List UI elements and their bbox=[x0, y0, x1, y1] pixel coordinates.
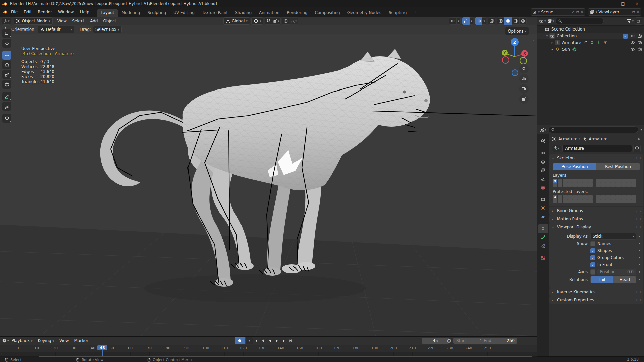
disable-render-camera-icon[interactable] bbox=[637, 47, 642, 52]
viewport-3d[interactable]: ▾ Object Mode ▾ ViewSelectAddObject Glob… bbox=[0, 17, 537, 336]
jump-to-end-button[interactable] bbox=[287, 338, 294, 344]
frame-end-field[interactable]: End 250 bbox=[481, 338, 517, 344]
minimize-button[interactable]: ‒ bbox=[602, 0, 616, 7]
workspace-tab-sculpting[interactable]: Sculpting bbox=[144, 9, 170, 17]
menu-window[interactable]: Window bbox=[55, 8, 77, 16]
menu-render[interactable]: Render bbox=[35, 8, 55, 16]
layer-cell-22[interactable] bbox=[626, 195, 631, 199]
shading-solid-button[interactable] bbox=[504, 17, 512, 25]
layer-cell-29[interactable] bbox=[621, 199, 626, 203]
layer-cell-16[interactable] bbox=[596, 179, 601, 183]
shading-material-button[interactable] bbox=[512, 17, 519, 25]
overlays-dropdown[interactable]: ▾ bbox=[482, 17, 486, 25]
rest-position-button[interactable]: Rest Position bbox=[596, 163, 640, 170]
layer-cell-27[interactable] bbox=[611, 183, 616, 187]
layer-cell-6[interactable] bbox=[583, 179, 588, 183]
layer-block[interactable] bbox=[553, 195, 593, 203]
hide-eye-icon[interactable] bbox=[630, 40, 635, 45]
axes-checkbox[interactable] bbox=[590, 269, 595, 275]
workspace-tab-scripting[interactable]: Scripting bbox=[385, 9, 410, 17]
disclosure-triangle[interactable]: ▸ bbox=[550, 48, 555, 51]
copy-icon[interactable]: ⧉ bbox=[632, 10, 635, 14]
properties-tab-render[interactable] bbox=[538, 148, 548, 157]
display-as-dropdown[interactable]: Stick ▾ bbox=[590, 233, 636, 240]
layer-cell-7[interactable] bbox=[588, 195, 593, 199]
layer-cell-2[interactable] bbox=[563, 195, 568, 199]
panel-skeleton-header[interactable]: ⌄ Skeleton ∷∷ bbox=[549, 154, 643, 162]
relations-tail-button[interactable]: Tail bbox=[591, 276, 613, 283]
layer-cell-14[interactable] bbox=[583, 183, 588, 187]
layer-cell-5[interactable] bbox=[578, 179, 583, 183]
timeline-ruler[interactable]: 0102030405060708090100110120130140150160… bbox=[0, 345, 537, 352]
options-dropdown[interactable]: Options▾ bbox=[505, 27, 529, 35]
editor-divider-vertical[interactable] bbox=[537, 17, 537, 356]
layer-cell-21[interactable] bbox=[621, 179, 626, 183]
armature-id-dropdown[interactable]: ▾ bbox=[552, 145, 561, 152]
protected-layers-grid[interactable] bbox=[553, 195, 640, 203]
layer-cell-28[interactable] bbox=[616, 183, 621, 187]
animate-dot[interactable] bbox=[639, 250, 640, 251]
timeline-menu-view[interactable]: View bbox=[57, 338, 71, 343]
tool-move[interactable] bbox=[2, 51, 11, 60]
properties-tab-texture[interactable] bbox=[538, 253, 548, 262]
workspace-tab-texture-paint[interactable]: Texture Paint bbox=[198, 9, 231, 17]
properties-tab-tool[interactable] bbox=[538, 137, 548, 145]
animate-dot[interactable] bbox=[639, 264, 640, 265]
outliner-search-input[interactable] bbox=[555, 18, 604, 24]
scene-selector[interactable]: ▾ Scene ↗ ⧉ ✕ bbox=[531, 8, 585, 16]
hide-eye-icon[interactable] bbox=[630, 47, 635, 52]
layer-cell-16[interactable] bbox=[596, 195, 601, 199]
relations-head-button[interactable]: Head bbox=[613, 276, 636, 283]
layer-cell-9[interactable] bbox=[558, 199, 562, 203]
layer-block[interactable] bbox=[553, 179, 593, 187]
layer-cell-6[interactable] bbox=[583, 195, 588, 199]
layer-block[interactable] bbox=[596, 195, 636, 203]
layer-cell-28[interactable] bbox=[616, 199, 621, 203]
tool-annotate[interactable] bbox=[2, 92, 11, 101]
pin-id-icon[interactable]: ➤ bbox=[637, 137, 641, 141]
layer-cell-10[interactable] bbox=[563, 183, 568, 187]
maximize-button[interactable]: □ bbox=[616, 0, 630, 7]
viewport-menu-object[interactable]: Object bbox=[100, 19, 119, 23]
transform-orientation-dropdown[interactable]: Global ▾ bbox=[223, 17, 250, 25]
timeline-menu-playback[interactable]: Playback ▾ bbox=[9, 338, 35, 343]
sidebar-collapse-arrow[interactable]: ‹ bbox=[533, 38, 534, 43]
layer-cell-18[interactable] bbox=[606, 179, 611, 183]
disable-render-camera-icon[interactable] bbox=[637, 40, 642, 45]
layer-cell-8[interactable] bbox=[553, 183, 557, 187]
properties-options-chevron[interactable]: ▾ bbox=[640, 128, 642, 131]
layer-cell-15[interactable] bbox=[588, 183, 593, 187]
layer-cell-13[interactable] bbox=[578, 183, 583, 187]
checkbox-in-front[interactable]: ✓ bbox=[590, 262, 595, 267]
properties-tab-physics[interactable] bbox=[538, 213, 548, 221]
pivot-point-dropdown[interactable]: ▾ bbox=[251, 17, 264, 25]
properties-tab-data[interactable] bbox=[538, 224, 548, 233]
tool-scale[interactable] bbox=[2, 70, 11, 79]
checkbox-names[interactable] bbox=[590, 241, 595, 246]
current-frame-field[interactable]: 45 bbox=[422, 338, 449, 344]
close-button[interactable]: ✕ bbox=[630, 0, 644, 7]
checkbox-group-colors[interactable]: ✓ bbox=[590, 255, 595, 260]
outliner-item-label[interactable]: Sun bbox=[562, 47, 570, 52]
layer-cell-23[interactable] bbox=[631, 179, 636, 183]
ortho-view-button[interactable] bbox=[519, 94, 529, 104]
workspace-tab-shading[interactable]: Shading bbox=[231, 9, 255, 17]
outliner-row-scene-collection[interactable]: Scene Collection bbox=[537, 26, 644, 33]
properties-tab-bone-constraint[interactable] bbox=[538, 242, 548, 250]
mode-dropdown[interactable]: Object Mode ▾ bbox=[14, 17, 53, 25]
timeline-menu-keying[interactable]: Keying ▾ bbox=[35, 338, 57, 343]
layer-cell-11[interactable] bbox=[568, 183, 573, 187]
layer-cell-12[interactable] bbox=[573, 183, 578, 187]
gizmos-toggle[interactable] bbox=[462, 17, 470, 25]
layer-cell-14[interactable] bbox=[583, 199, 588, 203]
new-collection-button[interactable] bbox=[635, 17, 642, 25]
tool-rotate[interactable] bbox=[2, 60, 11, 69]
unlink-icon[interactable]: ✕ bbox=[580, 10, 584, 14]
workspace-tab-compositing[interactable]: Compositing bbox=[311, 9, 343, 17]
layer-cell-24[interactable] bbox=[596, 199, 601, 203]
layer-cell-2[interactable] bbox=[563, 179, 568, 183]
overlays-toggle[interactable] bbox=[475, 17, 482, 25]
layer-cell-26[interactable] bbox=[606, 183, 611, 187]
workspace-tab-uv-editing[interactable]: UV Editing bbox=[170, 9, 198, 17]
panel-header[interactable]: ›Custom Properties∷∷ bbox=[549, 296, 643, 304]
